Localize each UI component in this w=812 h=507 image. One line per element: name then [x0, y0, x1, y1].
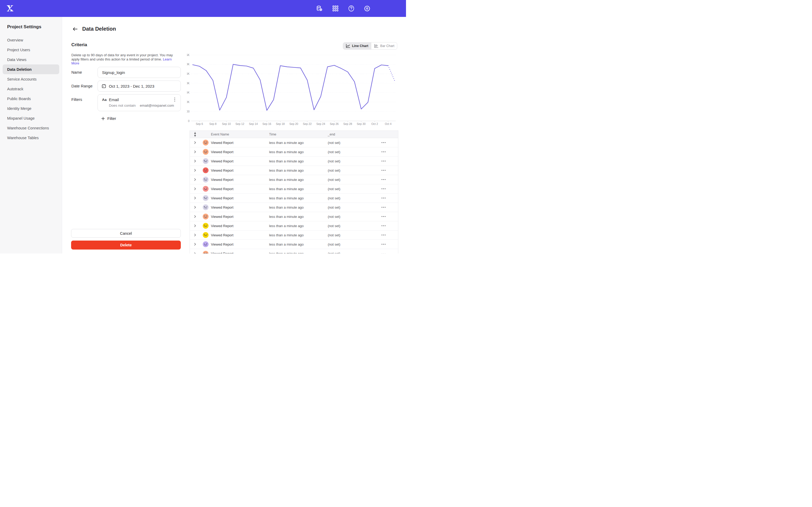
- row-actions-icon[interactable]: [369, 249, 398, 253]
- sidebar-item[interactable]: Overview: [3, 35, 59, 45]
- row-expand-chevron-icon[interactable]: [190, 243, 200, 246]
- sidebar-item[interactable]: Autotrack: [3, 84, 59, 94]
- table-row[interactable]: Viewed Report less than a minute ago (no…: [190, 240, 398, 249]
- cell-time: less than a minute ago: [269, 141, 328, 145]
- row-actions-icon[interactable]: [369, 230, 398, 239]
- table-row[interactable]: Viewed Report less than a minute ago (no…: [190, 184, 398, 193]
- row-actions-icon[interactable]: [369, 212, 398, 221]
- row-actions-icon[interactable]: [369, 175, 398, 184]
- row-expand-chevron-icon[interactable]: [190, 252, 200, 254]
- line-chart-toggle[interactable]: Line Chart: [343, 43, 371, 49]
- apps-grid-icon[interactable]: [332, 4, 339, 12]
- row-actions-icon[interactable]: [369, 147, 398, 156]
- add-filter-button[interactable]: Filter: [101, 116, 116, 121]
- sidebar-item[interactable]: Identity Merge: [3, 104, 59, 113]
- row-expand-chevron-icon[interactable]: [190, 224, 200, 227]
- cell-event-name: Viewed Report: [211, 224, 269, 228]
- cell-event-name: Viewed Report: [211, 251, 269, 253]
- events-table: Event Name Time _end Viewed Report less …: [190, 130, 398, 253]
- cell-event-name: Viewed Report: [211, 178, 269, 182]
- sort-icon[interactable]: [190, 132, 200, 137]
- row-actions-icon[interactable]: [369, 240, 398, 249]
- filter-value[interactable]: email@mixpanel.com: [140, 104, 174, 108]
- table-row[interactable]: Viewed Report less than a minute ago (no…: [190, 203, 398, 212]
- help-icon[interactable]: [347, 4, 355, 12]
- row-actions-icon[interactable]: [369, 203, 398, 212]
- table-row[interactable]: Viewed Report less than a minute ago (no…: [190, 212, 398, 221]
- avatar: [200, 195, 211, 201]
- row-actions-icon[interactable]: [369, 193, 398, 203]
- table-row[interactable]: Viewed Report less than a minute ago (no…: [190, 249, 398, 253]
- row-expand-chevron-icon[interactable]: [190, 150, 200, 154]
- cell-end: (not set): [328, 251, 369, 253]
- table-row[interactable]: Viewed Report less than a minute ago (no…: [190, 221, 398, 230]
- data-management-icon[interactable]: [316, 4, 323, 12]
- table-row[interactable]: Viewed Report less than a minute ago (no…: [190, 166, 398, 175]
- row-actions-icon[interactable]: [369, 166, 398, 175]
- cell-end: (not set): [328, 187, 369, 191]
- table-row[interactable]: Viewed Report less than a minute ago (no…: [190, 230, 398, 240]
- table-row[interactable]: Viewed Report less than a minute ago (no…: [190, 157, 398, 166]
- row-expand-chevron-icon[interactable]: [190, 196, 200, 200]
- table-row[interactable]: Viewed Report less than a minute ago (no…: [190, 147, 398, 157]
- table-row[interactable]: Viewed Report less than a minute ago (no…: [190, 138, 398, 147]
- table-header: Event Name Time _end: [190, 131, 398, 138]
- table-body: Viewed Report less than a minute ago (no…: [190, 138, 398, 253]
- sidebar-item[interactable]: Service Accounts: [3, 74, 59, 84]
- row-actions-icon[interactable]: [369, 157, 398, 166]
- row-expand-chevron-icon[interactable]: [190, 233, 200, 237]
- svg-text:Sep 6: Sep 6: [196, 122, 203, 125]
- sidebar-item[interactable]: Public Boards: [3, 94, 59, 104]
- row-expand-chevron-icon[interactable]: [190, 206, 200, 209]
- bar-chart-toggle-label: Bar Chart: [380, 44, 395, 48]
- avatar: [200, 241, 211, 247]
- sidebar-item-label: Autotrack: [7, 87, 23, 91]
- cancel-button[interactable]: Cancel: [71, 229, 181, 238]
- svg-text:20K: 20K: [187, 81, 190, 85]
- sidebar-item[interactable]: Mixpanel Usage: [3, 113, 59, 123]
- cell-event-name: Viewed Report: [211, 159, 269, 163]
- settings-gear-icon[interactable]: [363, 4, 371, 12]
- svg-text:Sep 28: Sep 28: [343, 122, 352, 125]
- sidebar-item[interactable]: Project Users: [3, 45, 59, 55]
- row-expand-chevron-icon[interactable]: [190, 215, 200, 218]
- filter-kebab-icon[interactable]: [172, 97, 177, 102]
- filter-operator[interactable]: Does not contain: [109, 104, 136, 108]
- sidebar-item[interactable]: Data Views: [3, 55, 59, 64]
- top-bar: X: [0, 0, 406, 17]
- back-arrow-icon[interactable]: [72, 26, 78, 32]
- filter-property[interactable]: Email: [109, 98, 119, 102]
- row-actions-icon[interactable]: [369, 221, 398, 230]
- row-expand-chevron-icon[interactable]: [190, 187, 200, 190]
- date-range-input[interactable]: Oct 1, 2023 - Dec 1, 2023: [98, 80, 181, 92]
- row-expand-chevron-icon[interactable]: [190, 141, 200, 144]
- cell-event-name: Viewed Report: [211, 242, 269, 246]
- row-expand-chevron-icon[interactable]: [190, 178, 200, 181]
- row-expand-chevron-icon[interactable]: [190, 169, 200, 172]
- cell-end: (not set): [328, 196, 369, 200]
- svg-text:Sep 30: Sep 30: [357, 122, 365, 125]
- avatar: [200, 140, 211, 146]
- cell-end: (not set): [328, 206, 369, 209]
- sidebar-item[interactable]: Warehouse Connections: [3, 123, 59, 133]
- cell-time: less than a minute ago: [269, 224, 328, 228]
- sidebar-item[interactable]: Data Deletion: [3, 64, 59, 74]
- cell-time: less than a minute ago: [269, 242, 328, 246]
- svg-text:Sep 24: Sep 24: [316, 122, 325, 125]
- row-actions-icon[interactable]: [369, 138, 398, 147]
- table-row[interactable]: Viewed Report less than a minute ago (no…: [190, 175, 398, 184]
- cell-time: less than a minute ago: [269, 215, 328, 219]
- bar-chart-toggle[interactable]: Bar Chart: [371, 43, 397, 49]
- mixpanel-logo-hole: [10, 8, 12, 9]
- name-input[interactable]: Signup_login: [98, 67, 181, 78]
- cell-event-name: Viewed Report: [211, 215, 269, 219]
- cell-time: less than a minute ago: [269, 159, 328, 163]
- table-row[interactable]: Viewed Report less than a minute ago (no…: [190, 193, 398, 203]
- mixpanel-logo[interactable]: X: [7, 4, 16, 13]
- cell-time: less than a minute ago: [269, 233, 328, 237]
- row-expand-chevron-icon[interactable]: [190, 160, 200, 163]
- row-actions-icon[interactable]: [369, 184, 398, 193]
- sidebar-item-label: Mixpanel Usage: [7, 116, 35, 120]
- sidebar-item[interactable]: Warehouse Tables: [3, 133, 59, 143]
- delete-button[interactable]: Delete: [71, 240, 181, 249]
